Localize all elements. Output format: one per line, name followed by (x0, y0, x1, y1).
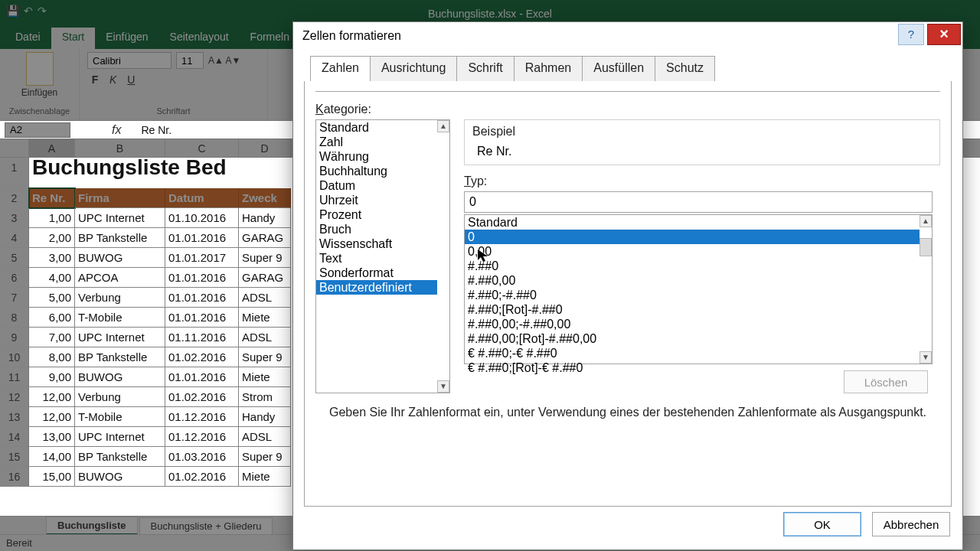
cell[interactable]: 6,00 (29, 308, 75, 328)
cell[interactable]: Handy (239, 208, 291, 228)
cell[interactable]: Miete (239, 467, 291, 487)
tab-ausfuellen[interactable]: Ausfüllen (582, 56, 655, 81)
tab-start[interactable]: Start (51, 28, 96, 49)
cell[interactable]: Super 9 (239, 248, 291, 268)
cell[interactable]: 5,00 (29, 288, 75, 308)
scroll-down-icon[interactable]: ▼ (437, 380, 449, 393)
category-item[interactable]: Sonderformat (316, 266, 437, 280)
tab-ausrichtung[interactable]: Ausrichtung (370, 56, 458, 81)
bold-button[interactable]: F (87, 73, 103, 86)
cell[interactable]: 01.12.2016 (165, 427, 239, 447)
tab-datei[interactable]: Datei (5, 28, 51, 49)
scroll-up-icon[interactable]: ▲ (437, 120, 449, 132)
row-header[interactable]: 16 (0, 467, 29, 487)
cell[interactable]: 01.03.2016 (165, 447, 239, 467)
cancel-button[interactable]: Abbrechen (872, 512, 950, 536)
paste-icon[interactable] (26, 52, 54, 86)
category-item[interactable]: Buchhaltung (316, 164, 437, 178)
cell[interactable]: Super 9 (239, 447, 291, 467)
tab-rahmen[interactable]: Rahmen (514, 56, 583, 81)
cell[interactable]: 01.12.2016 (165, 407, 239, 427)
underline-button[interactable]: U (123, 73, 139, 86)
typ-item[interactable]: #.##0,00;[Rot]-#.##0,00 (465, 331, 920, 346)
cell[interactable]: 01.01.2016 (165, 367, 239, 387)
cell[interactable]: Verbung (75, 288, 165, 308)
cell[interactable]: 8,00 (29, 347, 75, 367)
cell[interactable]: UPC Internet (75, 328, 165, 347)
formula-value[interactable]: Re Nr. (141, 124, 172, 136)
help-button[interactable]: ? (898, 24, 924, 45)
category-item[interactable]: Währung (316, 149, 437, 164)
tab-seitenlayout[interactable]: Seitenlayout (159, 28, 240, 49)
typ-item[interactable]: € #.##0;-€ #.##0 (465, 346, 920, 360)
cell[interactable]: Miete (239, 308, 291, 328)
sheet-tab[interactable]: Buchungsliste + Gliederu (139, 517, 273, 534)
typ-item[interactable]: #.##0;[Rot]-#.##0 (465, 302, 920, 317)
col-d[interactable]: D (239, 139, 291, 157)
header-cell[interactable]: Datum (165, 188, 239, 208)
fx-icon[interactable]: fx (112, 123, 121, 137)
cell[interactable]: 01.01.2016 (165, 288, 239, 308)
tab-schrift[interactable]: Schrift (456, 56, 514, 81)
category-item[interactable]: Prozent (316, 207, 437, 222)
category-item[interactable]: Text (316, 251, 437, 266)
cell[interactable]: 12,00 (29, 407, 75, 427)
tab-einfuegen[interactable]: Einfügen (95, 28, 158, 49)
cell[interactable]: 01.01.2016 (165, 268, 239, 288)
category-item[interactable]: Benutzerdefiniert (316, 280, 437, 295)
cell[interactable]: UPC Internet (75, 208, 165, 228)
typ-item[interactable]: #.##0 (465, 259, 920, 273)
row-header[interactable]: 12 (0, 387, 29, 407)
cell[interactable]: 2,00 (29, 228, 75, 248)
row-header[interactable]: 10 (0, 347, 29, 367)
row-header[interactable]: 11 (0, 367, 29, 387)
cell[interactable]: T-Mobile (75, 407, 165, 427)
row-header[interactable]: 8 (0, 308, 29, 328)
title-cell[interactable]: Buchungsliste Bed (29, 158, 305, 188)
cell[interactable]: ADSL (239, 328, 291, 347)
category-item[interactable]: Uhrzeit (316, 193, 437, 207)
cell[interactable]: 01.01.2016 (165, 308, 239, 328)
name-box[interactable] (5, 122, 70, 138)
typ-item[interactable]: #.##0,00 (465, 273, 920, 288)
cell[interactable]: BUWOG (75, 248, 165, 268)
cell[interactable]: T-Mobile (75, 308, 165, 328)
scroll-up-icon[interactable]: ▲ (920, 215, 932, 227)
cell[interactable]: APCOA (75, 268, 165, 288)
col-c[interactable]: C (165, 139, 239, 157)
row-header[interactable]: 5 (0, 248, 29, 268)
typ-item[interactable]: #.##0,00;-#.##0,00 (465, 317, 920, 331)
category-item[interactable]: Zahl (316, 135, 437, 149)
cell[interactable]: 01.02.2016 (165, 347, 239, 367)
cell[interactable]: 7,00 (29, 328, 75, 347)
col-b[interactable]: B (75, 139, 165, 157)
redo-icon[interactable]: ↷ (38, 5, 47, 17)
cell[interactable]: 15,00 (29, 467, 75, 487)
typ-list[interactable]: Standard00,00#.##0#.##0,00#.##0;-#.##0#.… (464, 214, 933, 364)
row-header[interactable]: 6 (0, 268, 29, 288)
close-button[interactable]: × (927, 24, 961, 45)
category-item[interactable]: Bruch (316, 222, 437, 236)
save-icon[interactable]: 💾 (6, 5, 19, 17)
cell[interactable]: GARAG (239, 268, 291, 288)
row-header[interactable]: 2 (0, 188, 29, 208)
scroll-down-icon[interactable]: ▼ (920, 351, 932, 364)
cell[interactable]: 01.10.2016 (165, 208, 239, 228)
category-item[interactable]: Standard (316, 120, 437, 135)
row-header[interactable]: 14 (0, 427, 29, 447)
sheet-tab-active[interactable]: Buchungsliste (46, 517, 138, 535)
cell[interactable]: BP Tankstelle (75, 347, 165, 367)
cell[interactable]: Verbung (75, 387, 165, 407)
cell[interactable]: UPC Internet (75, 427, 165, 447)
cell[interactable]: Super 9 (239, 347, 291, 367)
cell[interactable]: Miete (239, 367, 291, 387)
typ-item[interactable]: Standard (465, 215, 920, 230)
cell[interactable]: 14,00 (29, 447, 75, 467)
cell[interactable]: GARAG (239, 228, 291, 248)
tab-zahlen[interactable]: Zahlen (310, 56, 371, 81)
typ-item[interactable]: 0,00 (465, 244, 920, 259)
font-name-input[interactable] (87, 52, 172, 69)
row-header[interactable]: 4 (0, 228, 29, 248)
cell[interactable]: 01.11.2016 (165, 328, 239, 347)
undo-icon[interactable]: ↶ (24, 5, 33, 17)
